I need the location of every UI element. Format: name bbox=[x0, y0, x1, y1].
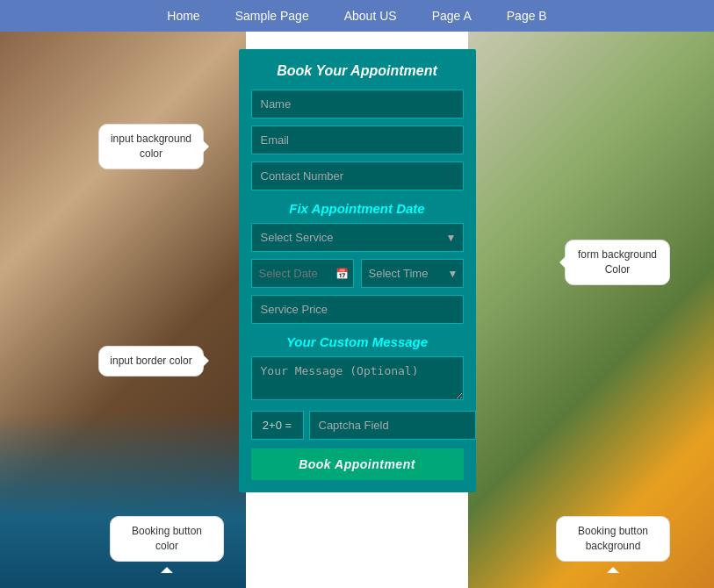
nav-page-a[interactable]: Page A bbox=[432, 9, 472, 23]
tooltip-booking-btn-color: Booking button color bbox=[110, 516, 224, 562]
book-appointment-button[interactable]: Book Appointment bbox=[251, 448, 464, 480]
service-select[interactable]: Select Service bbox=[251, 223, 464, 252]
name-input[interactable] bbox=[251, 90, 464, 118]
section1-title: Fix Appointment Date bbox=[251, 201, 464, 216]
navbar: Home Sample Page About US Page A Page B bbox=[0, 0, 714, 32]
nav-sample-page[interactable]: Sample Page bbox=[235, 9, 309, 23]
nav-page-b[interactable]: Page B bbox=[507, 9, 547, 23]
time-wrapper: Select Time ▼ bbox=[361, 259, 464, 288]
bg-bottom-left bbox=[0, 412, 246, 588]
email-input[interactable] bbox=[251, 125, 464, 154]
price-input[interactable] bbox=[251, 295, 464, 324]
bg-right bbox=[468, 32, 714, 588]
captcha-row: 2+0 = bbox=[251, 411, 464, 440]
service-select-wrapper: Select Service ▼ bbox=[251, 223, 464, 252]
captcha-input[interactable] bbox=[309, 411, 476, 440]
form-title: Book Your Appointment bbox=[251, 63, 464, 79]
nav-home[interactable]: Home bbox=[167, 9, 199, 23]
tooltip-form-bg: form background Color bbox=[565, 240, 670, 285]
section2-title: Your Custom Message bbox=[251, 334, 464, 349]
date-wrapper: 📅 bbox=[251, 259, 354, 288]
contact-input[interactable] bbox=[251, 161, 464, 190]
appointment-form: Book Your Appointment Fix Appointment Da… bbox=[239, 49, 476, 492]
date-time-row: 📅 Select Time ▼ bbox=[251, 259, 464, 288]
main-area: Book Your Appointment Fix Appointment Da… bbox=[0, 32, 714, 588]
nav-about-us[interactable]: About US bbox=[344, 9, 397, 23]
calendar-icon: 📅 bbox=[335, 268, 349, 280]
captcha-equation: 2+0 = bbox=[251, 411, 304, 440]
tooltip-input-border: input border color bbox=[98, 346, 204, 376]
tooltip-input-bg: input background color bbox=[98, 124, 204, 169]
select-time-arrow-icon: ▼ bbox=[448, 268, 458, 280]
message-textarea[interactable] bbox=[251, 356, 464, 400]
tooltip-booking-btn-bg: Booking button background bbox=[556, 516, 670, 562]
